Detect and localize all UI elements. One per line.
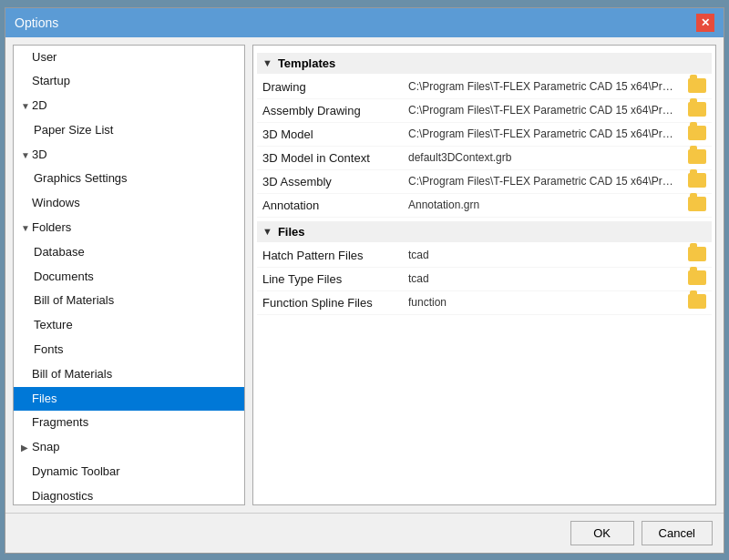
folder-icon[interactable]	[688, 126, 706, 140]
tree-label: Paper Size List	[34, 123, 113, 137]
table-row: 3D Model C:\Program Files\T-FLEX Paramet…	[257, 122, 712, 146]
section-arrow: ▼	[262, 226, 272, 237]
prop-value: default3DContext.grb	[403, 146, 683, 169]
section-label: Templates	[278, 56, 335, 70]
tree-label: Bill of Materials	[32, 367, 112, 381]
table-row: Line Type Files tcad	[257, 267, 712, 290]
prop-value: tcad	[403, 267, 683, 290]
folder-icon[interactable]	[688, 149, 706, 164]
section-label: Files	[278, 225, 305, 239]
prop-value: C:\Program Files\T-FLEX Parametric CAD 1…	[403, 169, 683, 193]
tree-label: Files	[32, 392, 56, 405]
table-row: Drawing C:\Program Files\T-FLEX Parametr…	[257, 76, 712, 99]
tree-item-bill-of-materials[interactable]: Bill of Materials	[14, 362, 244, 387]
folder-icon[interactable]	[688, 294, 706, 309]
prop-table-files: Hatch Pattern Files tcad Line Type Files…	[257, 244, 712, 315]
tree-label: Graphics Settings	[34, 171, 128, 185]
table-row: Annotation Annotation.grn	[257, 193, 712, 217]
prop-label: Line Type Files	[257, 267, 403, 290]
folder-browse-button[interactable]	[683, 244, 712, 268]
folder-browse-button[interactable]	[683, 146, 712, 169]
cancel-button[interactable]: Cancel	[642, 521, 713, 545]
folder-browse-button[interactable]	[683, 290, 712, 314]
dialog-body: User Startup▼2DPaper Size List▼3DGraphic…	[5, 37, 724, 513]
expand-icon: ▶	[21, 441, 32, 455]
tree-label: Diagnostics	[32, 489, 93, 503]
prop-label: 3D Assembly	[257, 169, 403, 193]
tree-item-startup[interactable]: Startup	[14, 69, 244, 94]
tree-label: Database	[34, 245, 85, 259]
tree-item-dynamic-toolbar[interactable]: Dynamic Toolbar	[14, 460, 244, 484]
folder-icon[interactable]	[688, 173, 706, 188]
prop-label: Function Spline Files	[257, 290, 403, 314]
expand-icon: ▼	[21, 99, 32, 114]
folder-icon[interactable]	[688, 102, 706, 117]
folder-icon[interactable]	[688, 270, 706, 285]
folder-browse-button[interactable]	[683, 193, 712, 217]
close-button[interactable]: ✕	[696, 14, 714, 32]
prop-value: C:\Program Files\T-FLEX Parametric CAD 1…	[403, 122, 683, 146]
table-row: 3D Assembly C:\Program Files\T-FLEX Para…	[257, 169, 712, 193]
tree-label: Startup	[32, 74, 70, 87]
folder-browse-button[interactable]	[683, 98, 712, 122]
folder-browse-button[interactable]	[683, 169, 712, 193]
tree-item-2d[interactable]: ▼2D	[14, 94, 244, 118]
tree-item-documents[interactable]: Documents	[14, 265, 244, 290]
tree-item-fragments[interactable]: Fragments	[14, 411, 244, 435]
prop-table-templates: Drawing C:\Program Files\T-FLEX Parametr…	[257, 76, 712, 218]
section-arrow: ▼	[262, 57, 272, 68]
tree-label: Folders	[32, 220, 71, 234]
ok-button[interactable]: OK	[570, 521, 634, 545]
tree-item-paper-size-list[interactable]: Paper Size List	[14, 118, 244, 143]
folder-icon[interactable]	[688, 247, 706, 261]
section-header-templates: ▼Templates	[257, 53, 712, 74]
table-row: Hatch Pattern Files tcad	[257, 244, 712, 268]
dialog-title: Options	[15, 15, 58, 30]
tree-item-database[interactable]: Database	[14, 240, 244, 265]
table-row: 3D Model in Context default3DContext.grb	[257, 146, 712, 169]
prop-value: C:\Program Files\T-FLEX Parametric CAD 1…	[403, 76, 683, 99]
folder-icon[interactable]	[688, 197, 706, 211]
prop-label: Assembly Drawing	[257, 98, 403, 122]
right-panel: ▼Templates Drawing C:\Program Files\T-FL…	[252, 45, 716, 505]
prop-label: 3D Model	[257, 122, 403, 146]
prop-label: Annotation	[257, 193, 403, 217]
tree-label: 2D	[32, 98, 47, 112]
tree-item-windows[interactable]: Windows	[14, 191, 244, 216]
left-panel: User Startup▼2DPaper Size List▼3DGraphic…	[13, 45, 245, 505]
folder-icon[interactable]	[688, 78, 706, 93]
tree-item-fonts[interactable]: Fonts	[14, 338, 244, 362]
tree-label: Texture	[34, 318, 73, 331]
tree-item-user[interactable]: User	[14, 46, 244, 70]
table-row: Function Spline Files function	[257, 290, 712, 314]
tree-item-3d[interactable]: ▼3D	[14, 143, 244, 168]
prop-label: Drawing	[257, 76, 403, 99]
tree-label: Dynamic Toolbar	[32, 464, 120, 478]
tree-label: Documents	[34, 270, 94, 283]
folder-browse-button[interactable]	[683, 267, 712, 290]
prop-value: tcad	[403, 244, 683, 268]
tree-item-texture[interactable]: Texture	[14, 313, 244, 338]
section-header-files: ▼Files	[257, 221, 712, 242]
tree-item-diagnostics[interactable]: Diagnostics	[14, 484, 244, 505]
tree-label: 3D	[32, 148, 47, 161]
prop-value: Annotation.grn	[403, 193, 683, 217]
tree-item-bill-of-materials-sub[interactable]: Bill of Materials	[14, 289, 244, 313]
tree-label: Fonts	[34, 342, 64, 356]
tree-item-snap[interactable]: ▶Snap	[14, 435, 244, 460]
prop-value: C:\Program Files\T-FLEX Parametric CAD 1…	[403, 98, 683, 122]
tree-item-files[interactable]: Files	[14, 387, 244, 412]
prop-value: function	[403, 290, 683, 314]
prop-label: 3D Model in Context	[257, 146, 403, 169]
tree-item-folders[interactable]: ▼Folders	[14, 216, 244, 240]
folder-browse-button[interactable]	[683, 76, 712, 99]
title-bar: Options ✕	[5, 8, 724, 37]
tree-item-graphics-settings[interactable]: Graphics Settings	[14, 167, 244, 191]
prop-label: Hatch Pattern Files	[257, 244, 403, 268]
tree-label: Fragments	[32, 415, 88, 429]
options-dialog: Options ✕ User Startup▼2DPaper Size List…	[5, 7, 724, 554]
folder-browse-button[interactable]	[683, 122, 712, 146]
expand-icon: ▼	[21, 148, 32, 163]
table-row: Assembly Drawing C:\Program Files\T-FLEX…	[257, 98, 712, 122]
tree-label: Windows	[32, 196, 80, 209]
